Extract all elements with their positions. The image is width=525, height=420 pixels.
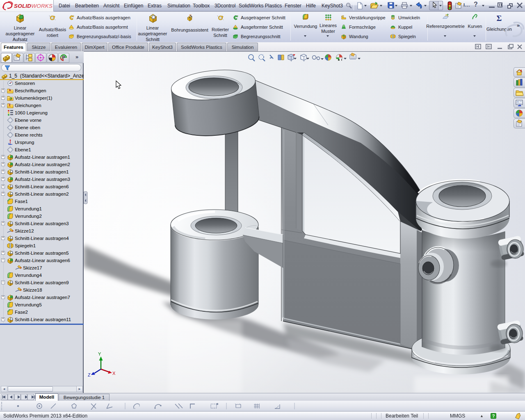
svg-text:P: P (62, 55, 65, 60)
svg-text:Z: Z (88, 372, 91, 377)
svg-text:X: X (112, 371, 116, 376)
svg-text:Y: Y (98, 352, 101, 356)
